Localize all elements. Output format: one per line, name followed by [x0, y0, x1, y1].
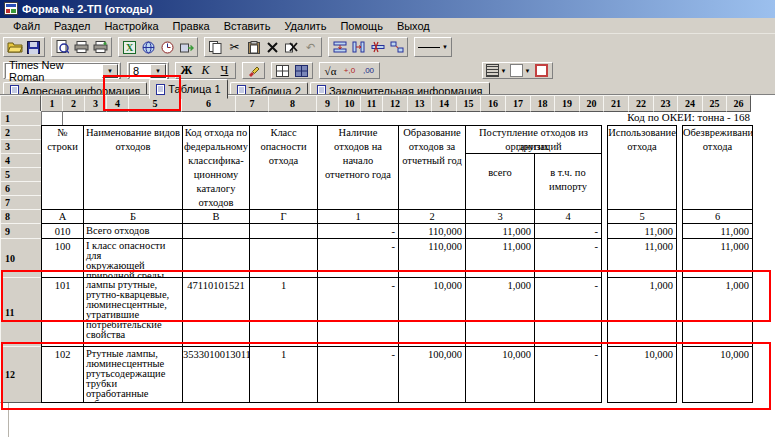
decrease-decimal-button[interactable]: ,00 — [359, 63, 378, 79]
letter-cell[interactable]: В — [182, 209, 250, 224]
col-number-header[interactable]: 21 — [603, 95, 629, 112]
col-number-header[interactable]: 11 — [360, 95, 383, 112]
titlebar[interactable]: Форма № 2-ТП (отходы) — [0, 0, 775, 18]
row-number-header[interactable]: 11 — [0, 277, 42, 347]
letter-cell[interactable]: 2 — [398, 209, 466, 224]
header-cell-code[interactable]: Код отхода пофедеральномуклассифика-цион… — [182, 125, 250, 210]
cell-102-2[interactable]: 3533010013011 — [182, 346, 250, 403]
header-cell-receipt_group[interactable]: Поступление отходов из другихорганизаций — [465, 125, 602, 154]
cell-010-0[interactable]: 010 — [41, 223, 84, 239]
letter-cell[interactable]: 5 — [607, 209, 677, 224]
paste-button[interactable] — [244, 39, 263, 55]
underline-button[interactable]: Ч — [215, 63, 234, 79]
cell-102-4[interactable]: - — [317, 346, 399, 403]
chevron-down-icon[interactable]: ▼ — [150, 64, 166, 78]
delete-row-button[interactable] — [368, 39, 387, 55]
letter-cell[interactable]: 1 — [317, 209, 399, 224]
cell-101-9[interactable]: 1,000 — [682, 277, 753, 347]
menu-item-file[interactable]: Файл — [6, 19, 47, 33]
cell-101-6[interactable]: 1,000 — [465, 277, 535, 347]
col-number-header[interactable]: 23 — [653, 95, 678, 112]
cell-010-2[interactable] — [182, 223, 250, 239]
increase-decimal-button[interactable]: +,0 — [340, 63, 359, 79]
header-cell-formation[interactable]: Образованиеотходов заотчетный год — [398, 125, 466, 210]
cell-102-0[interactable]: 102 — [41, 346, 84, 403]
row-number-header[interactable]: 6 — [0, 181, 42, 196]
col-number-header[interactable]: 13 — [407, 95, 432, 112]
cell-102-8[interactable]: 10,000 — [607, 346, 677, 403]
letter-cell[interactable]: 6 — [682, 209, 753, 224]
italic-button[interactable]: К — [196, 63, 215, 79]
cell-010-5[interactable]: 110,000 — [398, 223, 466, 239]
tab-table1[interactable]: Таблица 1 — [149, 79, 227, 99]
merge-cells-button[interactable] — [387, 39, 406, 55]
cell-101-1[interactable]: лампы ртутные,ртутно-кварцевые,люминесце… — [83, 277, 183, 347]
menu-item-section[interactable]: Раздел — [47, 19, 97, 33]
cell-100-1[interactable]: I класс опасности дляокружающейприродной… — [83, 238, 183, 278]
col-number-header[interactable]: 10 — [338, 95, 361, 112]
corner-header-cell[interactable] — [0, 95, 41, 112]
print-preview-button[interactable] — [53, 39, 72, 55]
cell-010-7[interactable]: - — [534, 223, 602, 239]
col-number-header[interactable]: 17 — [505, 95, 531, 112]
cell-101-8[interactable]: 1,000 — [607, 277, 677, 347]
cell-100-8[interactable]: 11,000 — [607, 238, 677, 278]
col-number-header[interactable]: 3 — [84, 95, 107, 112]
insert-column-button[interactable] — [349, 39, 368, 55]
bold-button[interactable]: Ж — [177, 63, 196, 79]
cell-010-9[interactable]: 11,000 — [682, 223, 753, 239]
font-size-combo[interactable]: 8 ▼ — [129, 63, 167, 79]
row-number-header[interactable]: 2 — [0, 125, 42, 140]
menu-item-settings[interactable]: Настройка — [97, 19, 165, 33]
menu-item-insert[interactable]: Вставить — [217, 19, 278, 33]
row-number-header[interactable]: 1 — [0, 111, 42, 126]
col-number-header[interactable]: 26 — [726, 95, 751, 112]
col-number-header[interactable]: 4 — [106, 95, 129, 112]
row-number-header[interactable]: 7 — [0, 195, 42, 210]
row-number-header[interactable]: 3 — [0, 139, 42, 154]
delete-table-button[interactable] — [282, 39, 301, 55]
cell-100-2[interactable] — [182, 238, 250, 278]
header-cell-row_no[interactable]: №строки — [41, 125, 84, 210]
header-cell-usage[interactable]: Использованиеотхода — [607, 125, 677, 210]
brush-button[interactable] — [244, 63, 263, 79]
save-button[interactable] — [24, 39, 43, 55]
cell-100-0[interactable]: 100 — [41, 238, 84, 278]
cell-102-5[interactable]: 100,000 — [398, 346, 466, 403]
open-button[interactable] — [5, 39, 24, 55]
delete-button[interactable] — [263, 39, 282, 55]
col-number-header[interactable]: 15 — [456, 95, 481, 112]
cell-010-4[interactable]: - — [317, 223, 399, 239]
print-button[interactable] — [72, 39, 91, 55]
letter-cell[interactable]: Б — [83, 209, 183, 224]
col-number-header[interactable]: 1 — [41, 95, 63, 112]
cell-101-2[interactable]: 47110101521 — [182, 277, 250, 347]
cell-100-4[interactable]: - — [317, 238, 399, 278]
cell-101-5[interactable]: 10,000 — [398, 277, 466, 347]
grid-borders-button[interactable] — [273, 63, 292, 79]
menu-item-delete[interactable]: Удалить — [277, 19, 333, 33]
col-number-header[interactable]: 22 — [628, 95, 654, 112]
header-cell-receipt_total[interactable]: всего — [465, 153, 535, 210]
send-button[interactable] — [177, 39, 196, 55]
cell-101-3[interactable]: 1 — [249, 277, 318, 347]
font-name-combo[interactable]: Times New Roman ▼ — [5, 63, 119, 79]
letter-cell[interactable]: 4 — [534, 209, 602, 224]
header-cell-presence[interactable]: Наличиеотходов наначалоотчетного года — [317, 125, 399, 210]
active-cell[interactable] — [41, 111, 63, 126]
cell-102-9[interactable]: 10,000 — [682, 346, 753, 403]
col-number-header[interactable]: 24 — [677, 95, 703, 112]
row-number-header[interactable]: 4 — [0, 153, 42, 168]
cell-100-3[interactable] — [249, 238, 318, 278]
cell-100-7[interactable]: - — [534, 238, 602, 278]
header-cell-name[interactable]: Наименование видовотходов — [83, 125, 183, 210]
cell-102-3[interactable]: 1 — [249, 346, 318, 403]
cell-010-3[interactable] — [249, 223, 318, 239]
col-number-header[interactable]: 2 — [62, 95, 85, 112]
header-cell-neutralization[interactable]: Обезвреживаниеотхода — [682, 125, 753, 210]
row-number-header[interactable]: 5 — [0, 167, 42, 182]
col-number-header[interactable]: 25 — [702, 95, 727, 112]
col-number-header[interactable]: 7 — [235, 95, 269, 112]
excel-export-button[interactable]: X — [120, 39, 139, 55]
insert-row-button[interactable] — [330, 39, 349, 55]
